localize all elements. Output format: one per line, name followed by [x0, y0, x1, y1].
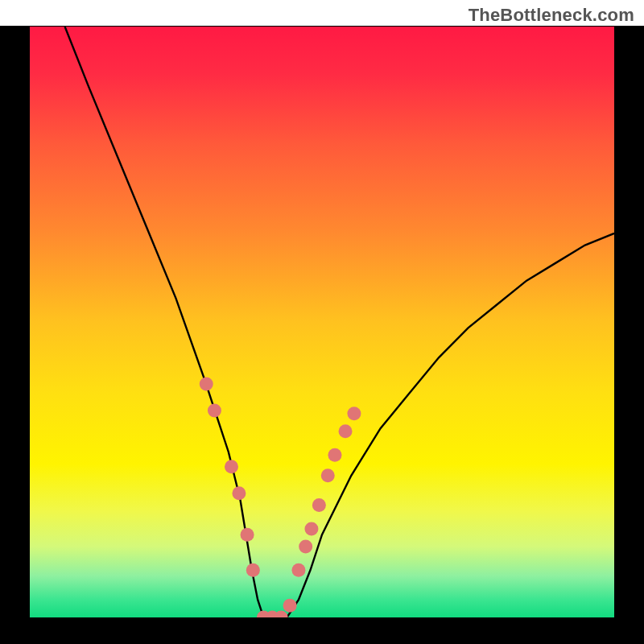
chart-frame-rect — [0, 0, 644, 644]
chart-frame — [0, 0, 644, 644]
watermark-text: TheBottleneck.com — [469, 5, 634, 26]
chart-svg — [0, 0, 644, 644]
bottleneck-chart: TheBottleneck.com — [0, 0, 644, 644]
